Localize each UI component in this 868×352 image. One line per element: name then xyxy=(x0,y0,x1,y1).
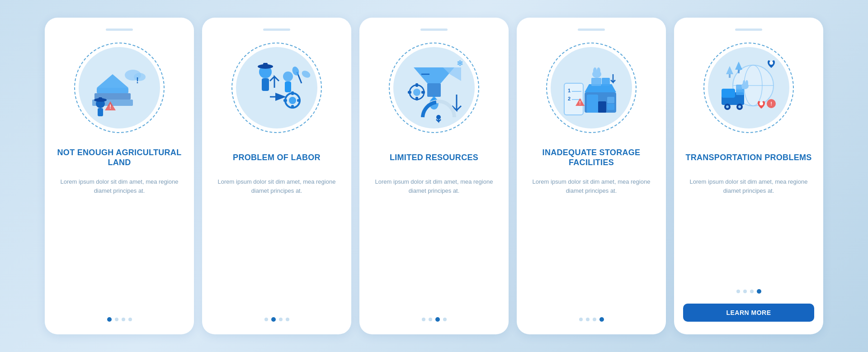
dot xyxy=(586,318,590,321)
card-top-indicator xyxy=(106,29,133,31)
svg-marker-79 xyxy=(726,66,733,74)
svg-rect-34 xyxy=(415,83,418,87)
card-5-dots xyxy=(736,289,761,294)
svg-rect-35 xyxy=(415,97,418,100)
svg-rect-52 xyxy=(591,78,601,86)
card-3-dots xyxy=(422,317,447,322)
svg-rect-58 xyxy=(607,97,614,103)
svg-marker-3 xyxy=(97,74,128,88)
dot-active xyxy=(271,317,276,322)
svg-point-25 xyxy=(301,69,311,79)
dot-active xyxy=(599,317,604,322)
svg-rect-78 xyxy=(738,70,740,73)
card-storage: 1 2 ! INADEQUATE STORAGE xyxy=(517,18,666,334)
dot xyxy=(743,290,747,293)
learn-more-button[interactable]: LEARN MORE xyxy=(683,304,814,322)
labor-icon xyxy=(241,52,313,124)
svg-rect-14 xyxy=(262,78,269,91)
card-illustration-4: 1 2 ! xyxy=(542,38,641,138)
dot xyxy=(443,318,447,321)
card-transportation: ! TRANSPORTATION PROBLEMS Lorem ipsum do… xyxy=(674,18,823,334)
svg-rect-44 xyxy=(598,101,606,113)
svg-rect-7 xyxy=(98,108,103,116)
card-limited-resources: ❄ LIMITED RESOURCES Lorem ipsum dolor si… xyxy=(359,18,509,334)
card-agricultural-land: ! ! NOT ENOUGH AGRICULTURAL LAND Lorem i… xyxy=(45,18,194,334)
svg-rect-53 xyxy=(602,78,610,86)
card-4-body: Lorem ipsum dolor sit dim amet, mea regi… xyxy=(526,177,657,195)
cards-container: ! ! NOT ENOUGH AGRICULTURAL LAND Lorem i… xyxy=(27,4,841,348)
card-1-dots xyxy=(107,317,132,322)
card-top-indicator xyxy=(420,29,448,31)
card-illustration-3: ❄ xyxy=(384,38,484,138)
svg-rect-22 xyxy=(297,99,301,102)
svg-text:2: 2 xyxy=(568,96,571,101)
svg-point-71 xyxy=(743,80,745,86)
dot-active xyxy=(107,317,112,322)
card-2-dots xyxy=(264,317,289,322)
svg-text:!: ! xyxy=(770,101,772,106)
card-labor: PROBLEM OF LABOR Lorem ipsum dolor sit d… xyxy=(202,18,351,334)
dot xyxy=(264,318,268,321)
svg-point-33 xyxy=(413,89,420,96)
dot xyxy=(279,318,283,321)
card-illustration-5: ! xyxy=(699,38,798,138)
card-top-indicator xyxy=(578,29,605,31)
svg-rect-9 xyxy=(99,97,102,101)
svg-text:1: 1 xyxy=(568,88,571,93)
card-5-title: TRANSPORTATION PROBLEMS xyxy=(685,146,811,169)
svg-rect-0 xyxy=(97,88,128,93)
card-illustration-1: ! ! xyxy=(70,38,169,138)
dot xyxy=(736,290,740,293)
card-3-body: Lorem ipsum dolor sit dim amet, mea regi… xyxy=(368,177,500,195)
svg-marker-77 xyxy=(735,62,742,70)
svg-point-18 xyxy=(289,97,296,104)
svg-point-15 xyxy=(283,71,293,81)
card-top-indicator xyxy=(263,29,290,31)
svg-text:!: ! xyxy=(136,76,139,85)
svg-point-72 xyxy=(745,80,748,86)
svg-rect-63 xyxy=(722,89,735,98)
agricultural-land-icon: ! ! xyxy=(83,52,156,124)
dot xyxy=(122,318,125,321)
dot xyxy=(429,318,432,321)
transportation-icon: ! xyxy=(712,52,785,124)
storage-icon: 1 2 ! xyxy=(555,52,627,124)
svg-rect-57 xyxy=(607,104,614,110)
card-5-body: Lorem ipsum dolor sit dim amet, mea regi… xyxy=(683,177,814,195)
svg-text:❄: ❄ xyxy=(457,59,463,68)
dot xyxy=(579,318,583,321)
svg-rect-20 xyxy=(291,105,294,109)
svg-point-73 xyxy=(769,61,773,65)
card-1-title: NOT ENOUGH AGRICULTURAL LAND xyxy=(54,146,185,169)
svg-text:!: ! xyxy=(109,104,111,110)
svg-rect-19 xyxy=(291,91,294,95)
svg-point-55 xyxy=(593,67,597,75)
card-1-body: Lorem ipsum dolor sit dim amet, mea regi… xyxy=(54,177,185,195)
svg-point-56 xyxy=(597,67,600,75)
svg-point-67 xyxy=(738,105,741,108)
dot xyxy=(593,318,596,321)
dot xyxy=(750,290,754,293)
card-4-title: INADEQUATE STORAGE FACILITIES xyxy=(526,146,657,169)
svg-text:!: ! xyxy=(579,100,580,105)
svg-point-65 xyxy=(726,105,729,108)
svg-rect-36 xyxy=(408,91,411,94)
card-2-body: Lorem ipsum dolor sit dim amet, mea regi… xyxy=(211,177,342,195)
svg-rect-21 xyxy=(283,99,287,102)
card-2-title: PROBLEM OF LABOR xyxy=(233,146,321,169)
dot-active xyxy=(435,317,440,322)
card-illustration-2 xyxy=(227,38,326,138)
dot xyxy=(286,318,289,321)
svg-point-74 xyxy=(760,102,763,105)
svg-rect-37 xyxy=(421,91,425,94)
dot xyxy=(128,318,132,321)
card-3-title: LIMITED RESOURCES xyxy=(390,146,478,169)
dot xyxy=(115,318,118,321)
card-top-indicator xyxy=(735,29,762,31)
dot-active xyxy=(757,289,761,294)
svg-rect-16 xyxy=(285,81,291,92)
svg-point-5 xyxy=(134,73,146,81)
dot xyxy=(422,318,425,321)
limited-resources-icon: ❄ xyxy=(398,52,470,124)
svg-rect-69 xyxy=(736,85,742,90)
